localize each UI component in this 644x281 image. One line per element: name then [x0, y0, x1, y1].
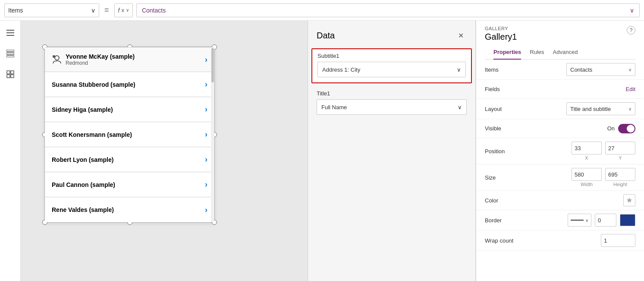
fields-property-label: Fields — [485, 86, 519, 92]
formula-bar[interactable]: Contacts ∨ — [136, 3, 640, 17]
wrap-count-value: 1 — [519, 234, 635, 247]
gallery-item-chevron: › — [205, 105, 207, 114]
position-x-input[interactable]: 33 — [572, 142, 602, 155]
data-panel-close-button[interactable]: ✕ — [455, 29, 467, 41]
gallery-item[interactable]: Susanna Stubberod (sample) › — [45, 72, 214, 97]
layout-property-value: Title and subtitle ∨ — [519, 102, 635, 115]
wrap-count-label: Wrap count — [485, 237, 519, 244]
tree-view-icon[interactable] — [3, 47, 17, 60]
contact-icon — [52, 54, 62, 65]
fields-edit-link[interactable]: Edit — [626, 86, 635, 92]
border-color-swatch[interactable] — [620, 214, 635, 226]
border-style-chevron: ∨ — [585, 218, 588, 223]
tab-rules[interactable]: Rules — [530, 45, 544, 60]
gallery-item-chevron: › — [205, 80, 207, 89]
border-property-row: Border ∨ 0 — [476, 210, 644, 230]
tab-properties[interactable]: Properties — [493, 45, 521, 60]
position-y-label: Y — [619, 155, 622, 161]
gallery-item-content: Yvonne McKay (sample) Redmond — [66, 53, 205, 66]
svg-point-10 — [55, 56, 59, 60]
size-height-input[interactable]: 695 — [605, 168, 635, 181]
insert-icon[interactable] — [3, 67, 17, 81]
border-style-dropdown[interactable]: ∨ — [568, 214, 591, 227]
fx-icon: f — [118, 7, 120, 14]
items-property-dropdown[interactable]: Contacts ∨ — [566, 63, 635, 76]
border-property-value: ∨ 0 — [519, 214, 635, 227]
gallery-scrollbar[interactable] — [211, 47, 214, 222]
gallery-item[interactable]: Robert Lyon (sample) › — [45, 147, 214, 172]
canvas-area: Yvonne McKay (sample) Redmond › Susanna … — [21, 21, 308, 281]
size-width-label: Width — [581, 182, 593, 187]
items-property-dropdown-value: Contacts — [570, 66, 592, 73]
color-property-row: Color — [476, 191, 644, 210]
layout-property-row: Layout Title and subtitle ∨ — [476, 99, 644, 119]
size-property-label: Size — [485, 174, 519, 181]
svg-rect-0 — [6, 30, 14, 31]
items-dropdown-label: Items — [8, 7, 23, 14]
properties-tabs: Properties Rules Advanced — [485, 45, 635, 60]
properties-panel: GALLERY Gallery1 ? Properties Rules Adva… — [476, 21, 644, 281]
left-sidebar — [0, 21, 21, 281]
position-inputs: 33 X 27 Y — [572, 142, 635, 161]
visible-toggle[interactable] — [618, 124, 635, 133]
position-y-input[interactable]: 27 — [605, 142, 635, 155]
position-property-value: 33 X 27 Y — [519, 142, 635, 161]
fx-label: x — [121, 7, 124, 13]
position-x-group: 33 X — [572, 142, 602, 161]
svg-rect-3 — [6, 50, 14, 51]
layout-property-dropdown-value: Title and subtitle — [570, 106, 611, 112]
border-width-input[interactable]: 0 — [595, 214, 616, 227]
size-property-row: Size 580 Width 695 Height — [476, 164, 644, 191]
properties-section-label: GALLERY — [485, 26, 517, 31]
tab-advanced[interactable]: Advanced — [553, 45, 578, 60]
layout-property-dropdown[interactable]: Title and subtitle ∨ — [566, 102, 635, 115]
gallery-item[interactable]: Sidney Higa (sample) › — [45, 97, 214, 122]
svg-rect-4 — [6, 53, 14, 54]
gallery-item-title: Robert Lyon (sample) — [52, 156, 205, 163]
gallery-item[interactable]: Scott Konersmann (sample) › — [45, 122, 214, 147]
items-property-value: Contacts ∨ — [519, 63, 635, 76]
size-property-value: 580 Width 695 Height — [519, 168, 635, 187]
svg-rect-9 — [11, 75, 14, 78]
visible-property-row: Visible On — [476, 119, 644, 138]
data-panel-header: Data ✕ — [308, 21, 475, 48]
gallery-item-title: Scott Konersmann (sample) — [52, 131, 205, 138]
data-panel-title: Data — [317, 31, 335, 41]
top-bar: Items ∨ = f x ∨ Contacts ∨ — [0, 0, 644, 21]
gallery-item[interactable]: Rene Valdes (sample) › — [45, 197, 214, 222]
gallery-widget[interactable]: Yvonne McKay (sample) Redmond › Susanna … — [44, 47, 215, 223]
position-x-label: X — [585, 155, 588, 161]
fx-chevron: ∨ — [126, 8, 129, 13]
title1-field-group: Title1 Full Name ∨ — [308, 87, 475, 120]
gallery-item-content: Robert Lyon (sample) — [52, 156, 205, 163]
gallery-item-content: Paul Cannon (sample) — [52, 181, 205, 188]
fx-button[interactable]: f x ∨ — [114, 3, 133, 17]
gallery-item-title: Yvonne McKay (sample) — [66, 53, 205, 60]
title1-dropdown[interactable]: Full Name ∨ — [317, 99, 467, 115]
help-icon[interactable]: ? — [627, 26, 635, 35]
color-swatch[interactable] — [623, 194, 635, 206]
size-height-label: Height — [613, 182, 627, 187]
gallery-item-title: Rene Valdes (sample) — [52, 206, 205, 213]
subtitle1-dropdown[interactable]: Address 1: City ∨ — [317, 62, 466, 77]
layout-property-label: Layout — [485, 106, 519, 112]
svg-rect-7 — [11, 71, 14, 74]
main-area: Yvonne McKay (sample) Redmond › Susanna … — [0, 21, 644, 281]
gallery-item-chevron: › — [205, 155, 207, 164]
subtitle1-field-group: Subtitle1 Address 1: City ∨ — [311, 48, 472, 83]
gallery-item-title: Susanna Stubberod (sample) — [52, 81, 205, 88]
gallery-item-content: Sidney Higa (sample) — [52, 106, 205, 113]
size-width-input[interactable]: 580 — [572, 168, 602, 181]
size-height-group: 695 Height — [605, 168, 635, 187]
properties-header: GALLERY Gallery1 ? Properties Rules Adva… — [476, 21, 644, 60]
position-property-row: Position 33 X 27 Y — [476, 138, 644, 164]
gallery-item[interactable]: Paul Cannon (sample) › — [45, 172, 214, 197]
gallery-item[interactable]: Yvonne McKay (sample) Redmond › — [45, 47, 214, 72]
wrap-count-input[interactable]: 1 — [601, 234, 635, 247]
gallery-item-title: Sidney Higa (sample) — [52, 106, 205, 113]
hamburger-menu-icon[interactable] — [3, 26, 17, 40]
gallery-item-content: Rene Valdes (sample) — [52, 206, 205, 213]
items-property-row: Items Contacts ∨ — [476, 60, 644, 80]
items-dropdown[interactable]: Items ∨ — [4, 3, 99, 17]
svg-rect-6 — [7, 71, 10, 74]
